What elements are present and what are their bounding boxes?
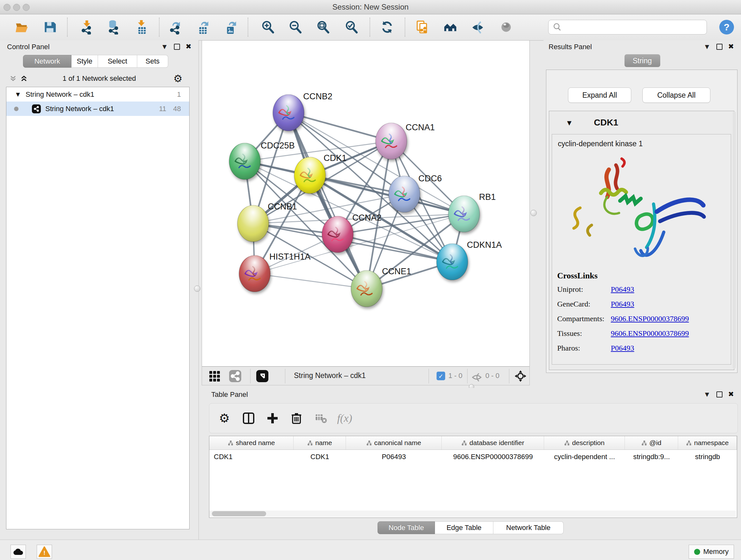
table-options-gear-icon[interactable]: ⚙ xyxy=(217,411,232,426)
network-edge-CCNB2-CCNE1[interactable] xyxy=(288,113,367,289)
network-node-CCNB2[interactable] xyxy=(273,95,304,131)
tab-string[interactable]: String xyxy=(624,54,660,67)
string-network-icon[interactable] xyxy=(228,369,242,383)
search-input[interactable] xyxy=(564,23,706,32)
table-horizontal-scrollbar[interactable] xyxy=(209,510,736,517)
network-node-CDKN1A[interactable] xyxy=(436,244,468,280)
tab-sets[interactable]: Sets xyxy=(137,55,168,68)
zoom-selected-button[interactable] xyxy=(343,19,360,36)
column-header-shared-name[interactable]: shared name xyxy=(209,436,293,449)
network-node-CCNB1[interactable] xyxy=(238,205,269,242)
table-cell[interactable]: CDK1 xyxy=(293,450,346,464)
float-panel-button[interactable] xyxy=(174,44,180,50)
grid-view-icon[interactable] xyxy=(208,369,221,383)
table-cell[interactable]: 9606.ENSP00000378699 xyxy=(442,450,544,464)
export-network-button[interactable] xyxy=(167,19,184,36)
export-image-button[interactable] xyxy=(223,19,239,36)
expand-all-button[interactable]: Expand All xyxy=(568,87,631,103)
collection-label: String Network – cdk1 xyxy=(25,90,94,99)
float-panel-button[interactable] xyxy=(717,391,723,397)
zoom-in-button[interactable] xyxy=(260,19,276,36)
network-node-CCNA1[interactable] xyxy=(376,123,407,159)
network-options-gear-icon[interactable]: ⚙ xyxy=(173,73,183,84)
crosslink-link[interactable]: 9606.ENSP00000378699 xyxy=(611,314,689,323)
gene-section-header[interactable]: ▼ CDK1 xyxy=(549,111,734,133)
crosslink-link[interactable]: P06493 xyxy=(611,285,634,294)
warnings-button[interactable]: ! xyxy=(37,545,52,559)
panel-menu-icon[interactable]: ▼ xyxy=(705,391,709,397)
first-neighbors-button[interactable] xyxy=(442,19,459,36)
cloud-button[interactable] xyxy=(10,545,26,559)
network-node-CCNE1[interactable] xyxy=(351,270,382,307)
section-expand-icon[interactable]: ▼ xyxy=(567,119,571,126)
fit-selected-crosshair-icon[interactable] xyxy=(514,369,527,383)
close-panel-icon[interactable]: ✖ xyxy=(728,43,734,51)
scrollbar-thumb[interactable] xyxy=(212,511,266,516)
selected-checkbox[interactable]: ✓ xyxy=(436,372,445,380)
network-node-CDK1[interactable] xyxy=(294,157,326,193)
network-node-CDC6[interactable] xyxy=(389,176,420,212)
network-collection-row[interactable]: ▼ String Network – cdk1 1 xyxy=(6,87,189,102)
search-field xyxy=(548,20,707,35)
import-table-from-file-button[interactable] xyxy=(133,19,150,36)
crosslink-link[interactable]: 9606.ENSP00000378699 xyxy=(611,329,689,338)
network-node-CCNA2[interactable] xyxy=(322,216,353,253)
panel-menu-icon[interactable]: ▼ xyxy=(705,44,709,50)
show-columns-icon[interactable] xyxy=(241,411,256,426)
network-row[interactable]: String Network – cdk1 11 48 xyxy=(6,102,189,116)
network-node-CDC25B[interactable] xyxy=(229,143,260,179)
crosslink-row: GeneCard:P06493 xyxy=(557,300,689,308)
export-table-button[interactable] xyxy=(195,19,212,36)
tab-network[interactable]: Network xyxy=(23,55,71,68)
table-cell[interactable]: stringdb:9... xyxy=(625,450,678,464)
memory-button[interactable]: Memory xyxy=(689,545,734,559)
delete-column-trash-icon[interactable] xyxy=(289,411,304,426)
refresh-button[interactable] xyxy=(379,19,395,36)
hide-selected-button[interactable] xyxy=(469,19,486,36)
create-column-icon[interactable] xyxy=(265,411,280,426)
show-all-button[interactable] xyxy=(498,19,515,36)
network-node-HIST1H1A[interactable] xyxy=(239,255,270,292)
table-cell[interactable]: CDK1 xyxy=(209,450,293,464)
column-header-description[interactable]: description xyxy=(544,436,624,449)
network-edge-CCNE1-HIST1H1A[interactable] xyxy=(255,273,367,289)
table-cell[interactable]: P06493 xyxy=(346,450,442,464)
collection-expand-icon[interactable]: ▼ xyxy=(16,91,20,98)
collection-count: 1 xyxy=(177,90,181,99)
left-splitter-handle[interactable] xyxy=(194,286,200,292)
tab-edge-table[interactable]: Edge Table xyxy=(435,521,493,534)
column-header-namespace[interactable]: namespace xyxy=(678,436,737,449)
column-header-database-identifier[interactable]: database identifier xyxy=(442,436,544,449)
float-panel-button[interactable] xyxy=(717,44,723,50)
column-header--id[interactable]: @id xyxy=(625,436,678,449)
panel-menu-icon[interactable]: ▼ xyxy=(162,44,166,50)
network-node-RB1[interactable] xyxy=(448,196,480,232)
tab-node-table[interactable]: Node Table xyxy=(378,521,435,534)
close-panel-icon[interactable]: ✖ xyxy=(186,43,192,51)
import-network-from-file-button[interactable] xyxy=(78,19,95,36)
tab-network-table[interactable]: Network Table xyxy=(493,521,563,534)
network-label: String Network – cdk1 xyxy=(45,105,114,113)
collapse-all-button[interactable]: Collapse All xyxy=(643,87,711,103)
clone-network-button[interactable] xyxy=(414,19,430,36)
column-header-name[interactable]: name xyxy=(293,436,346,449)
network-canvas[interactable]: CCNB2CCNA1CDC25BCDK1CDC6RB1CCNB1CCNA2CDK… xyxy=(202,40,530,367)
crosslink-link[interactable]: P06493 xyxy=(611,300,634,308)
right-splitter-handle[interactable] xyxy=(530,210,537,216)
close-panel-icon[interactable]: ✖ xyxy=(728,390,734,398)
table-cell[interactable]: cyclin-dependent ... xyxy=(544,450,624,464)
help-button[interactable]: ? xyxy=(719,20,734,35)
results-scrollbar[interactable] xyxy=(733,111,736,369)
zoom-fit-button[interactable] xyxy=(315,19,332,36)
import-network-from-database-button[interactable] xyxy=(105,19,122,36)
memory-label: Memory xyxy=(703,548,729,556)
table-cell[interactable]: stringdb xyxy=(678,450,737,464)
zoom-out-button[interactable] xyxy=(287,19,304,36)
tab-select[interactable]: Select xyxy=(98,55,137,68)
open-session-button[interactable] xyxy=(13,19,30,36)
birds-eye-view-icon[interactable] xyxy=(256,369,269,383)
tab-style[interactable]: Style xyxy=(71,55,98,68)
crosslink-link[interactable]: P06493 xyxy=(611,344,634,353)
save-session-button[interactable] xyxy=(42,19,58,36)
column-header-canonical-name[interactable]: canonical name xyxy=(346,436,442,449)
